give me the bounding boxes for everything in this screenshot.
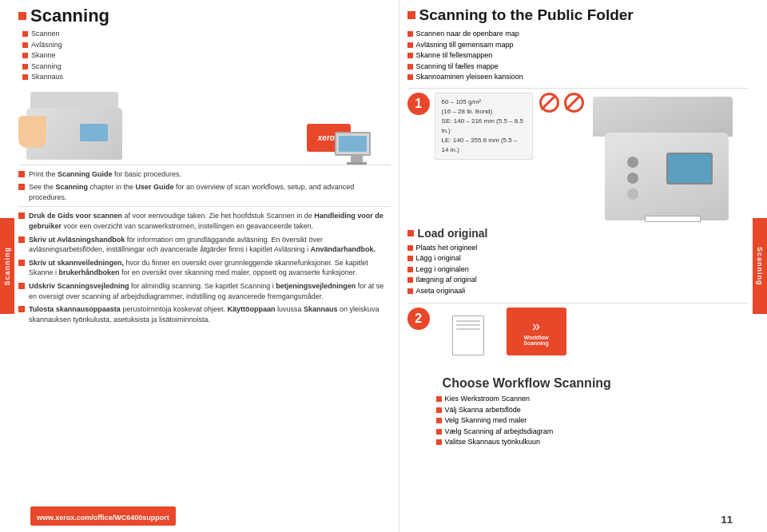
right-sidebar-label: Scanning xyxy=(756,247,764,286)
list-item: Scanning xyxy=(22,62,391,73)
printer-button-3 xyxy=(627,189,638,200)
bullet-icon xyxy=(18,184,25,190)
list-item: Aseta originaali xyxy=(407,286,749,297)
norwegian-item: Skriv ut skannveiledningen, hvor du finn… xyxy=(18,258,391,278)
danish-text: Udskriv Scanningsvejledning for almindli… xyxy=(29,281,391,301)
no-symbol-icon-2 xyxy=(564,93,584,113)
bullet-icon xyxy=(18,171,25,177)
workflow-arrows-icon: » xyxy=(532,318,540,335)
step2-circle: 2 xyxy=(407,308,430,330)
load-original-title: Load original xyxy=(407,227,749,240)
right-main-title: Scanning to the Public Folder xyxy=(419,6,634,24)
no-symbol-icon xyxy=(539,93,559,113)
workflow-image-area: » Workflow Scanning xyxy=(507,308,578,355)
workflow-label-line1: Workflow xyxy=(523,335,548,340)
left-sidebar-tab: Scanning xyxy=(0,218,14,314)
scanner-illustration xyxy=(18,88,130,160)
finnish-item: Tulosta skannausoppaasta perustoimintoja… xyxy=(18,304,391,324)
spec-line1: 60 – 105 g/m² xyxy=(442,97,526,107)
no-symbol-row xyxy=(539,93,584,113)
paper-spec-box: 60 – 105 g/m² (16 – 28 lb. Bond) SE: 140… xyxy=(435,93,533,160)
bullet-icon xyxy=(18,212,25,219)
user-guide-bold: User Guide xyxy=(136,183,174,191)
list-item: Avläsning xyxy=(22,40,391,51)
list-item: Skanne xyxy=(22,50,391,62)
monitor-stand xyxy=(351,156,363,162)
step2-illustration-area: » Workflow Scanning xyxy=(436,308,749,371)
bullet-icon xyxy=(407,288,413,294)
printer-paper xyxy=(645,216,701,222)
doc-line xyxy=(456,328,480,330)
doc-line xyxy=(456,324,480,326)
bullet-icon xyxy=(18,306,25,312)
doc-line xyxy=(456,320,480,322)
bullet-icon xyxy=(407,64,413,69)
hand-icon xyxy=(18,116,46,148)
spec-line3: SE: 140 – 216 mm (5.5 – 8.5 in.) xyxy=(442,117,526,136)
list-item: Vælg Scanning af arbejdsdiagram xyxy=(436,427,749,438)
list-item: Ilægning af original xyxy=(407,275,749,286)
title-accent-box xyxy=(18,12,26,20)
hand-doc-illustration xyxy=(436,308,500,371)
see-scanning-bold: Scanning xyxy=(56,183,89,191)
choose-workflow-heading: Choose Workflow Scanning xyxy=(443,376,611,391)
bullet-icon xyxy=(407,74,413,80)
load-original-heading: Load original xyxy=(418,227,488,240)
swedish-text: Skriv ut Avläsningshandbok för informati… xyxy=(29,235,391,255)
computer-illustration xyxy=(335,132,379,168)
right-sidebar-tab: Scanning xyxy=(753,218,767,314)
right-column: Scanning to the Public Folder Scannen na… xyxy=(399,0,753,532)
list-item: Skannaus xyxy=(22,72,391,83)
list-item: Skannoaminen yleiseen kansioon xyxy=(407,72,749,83)
list-item: Plaats het origineel xyxy=(407,243,749,254)
list-item: Velg Skanning med maler xyxy=(436,415,749,427)
website-url[interactable]: www.xerox.com/office/WC6400support xyxy=(37,514,169,522)
bullet-icon xyxy=(22,53,28,58)
right-title-box xyxy=(407,11,415,19)
bullet-icon xyxy=(22,31,28,37)
dutch-item: Druk de Gids voor scannen af voor eenvou… xyxy=(18,211,391,231)
left-main-title: Scanning xyxy=(30,6,109,26)
document-sheet xyxy=(452,316,484,355)
list-item: Scanning til fælles mappe xyxy=(407,62,749,73)
left-column: Scanning Scannen Avläsning Skanne Scanni… xyxy=(14,0,399,532)
list-item: Valitse Skannaus työnkulkuun xyxy=(436,437,749,448)
bullet-icon xyxy=(436,429,442,435)
step2-area: 2 xyxy=(407,308,749,453)
danish-item: Udskriv Scanningsvejledning for almindli… xyxy=(18,281,391,301)
monitor-screen xyxy=(339,136,367,152)
list-item: Avläsning till gemensam mapp xyxy=(407,40,749,51)
list-item: Scannen naar de openbare map xyxy=(407,29,749,40)
workflow-sub-list: Kies Werkstroom Scannen Välj Skanna arbe… xyxy=(436,394,749,448)
list-item: Scannen xyxy=(22,29,391,40)
left-nav-list: Scannen Avläsning Skanne Scanning Skanna… xyxy=(22,29,391,83)
list-item: Välj Skanna arbetsflöde xyxy=(436,405,749,416)
left-section-title: Scanning xyxy=(18,6,391,26)
bullet-icon xyxy=(18,236,25,243)
see-scanning-text: See the Scanning chapter in the User Gui… xyxy=(29,182,391,202)
spec-line4: LE: 140 – 355.6 mm (5.5 – 14 in.) xyxy=(442,136,526,155)
main-container: Scanning Scannen Avläsning Skanne Scanni… xyxy=(0,0,767,532)
step1-row: 1 60 – 105 g/m² (16 – 28 lb. Bond) SE: 1… xyxy=(407,93,749,220)
step-divider xyxy=(407,303,749,304)
bullet-icon xyxy=(18,283,25,289)
bullet-icon xyxy=(22,74,28,80)
doc-lines xyxy=(453,316,483,336)
bullet-icon xyxy=(407,31,413,37)
step1-content: 60 – 105 g/m² (16 – 28 lb. Bond) SE: 140… xyxy=(435,93,584,160)
load-original-section: Load original Plaats het origineel Lägg … xyxy=(407,227,749,297)
website-link[interactable]: www.xerox.com/office/WC6400support xyxy=(30,506,176,526)
step2-content: » Workflow Scanning Choose Workflow Scan… xyxy=(436,308,749,453)
right-section-title: Scanning to the Public Folder xyxy=(407,6,749,24)
print-guide-bold: Scanning Guide xyxy=(58,170,113,178)
dutch-text: Druk de Gids voor scannen af voor eenvou… xyxy=(29,211,391,231)
load-original-box xyxy=(407,230,414,236)
choose-workflow-title: Choose Workflow Scanning xyxy=(436,376,749,391)
bullet-icon xyxy=(436,407,442,413)
monitor xyxy=(335,132,371,156)
workflow-label-line2: Scanning xyxy=(523,340,549,346)
bullet-icon xyxy=(407,245,413,251)
list-item: Skanne til fellesmappen xyxy=(407,50,749,62)
right-divider xyxy=(407,88,749,89)
list-item: Lägg i original xyxy=(407,253,749,264)
